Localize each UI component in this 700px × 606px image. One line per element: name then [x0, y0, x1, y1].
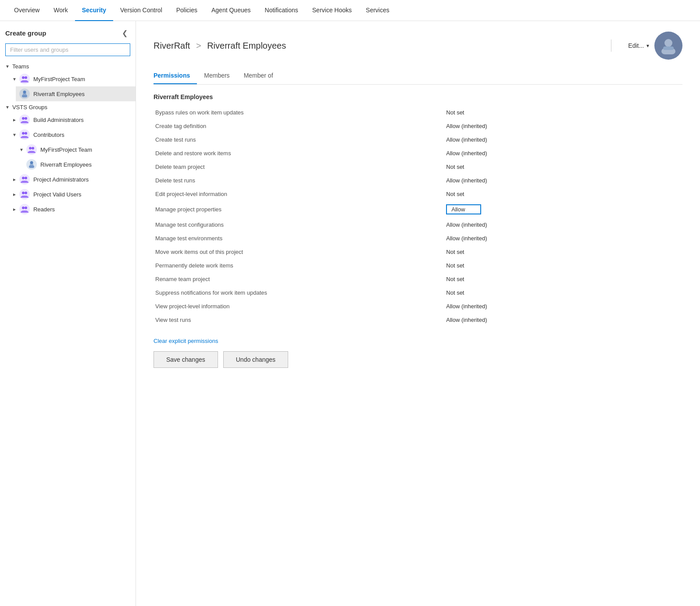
contributors-label: Contributors	[33, 132, 64, 138]
vsts-groups-label: VSTS Groups	[12, 104, 47, 111]
svg-point-26	[19, 204, 30, 214]
nav-item-notifications[interactable]: Notifications	[258, 0, 305, 21]
project-admins-label: Project Administrators	[33, 176, 89, 183]
undo-changes-button[interactable]: Undo changes	[223, 351, 288, 368]
svg-rect-31	[663, 46, 674, 50]
svg-point-25	[25, 192, 27, 194]
svg-point-21	[22, 177, 25, 179]
nav-item-security[interactable]: Security	[75, 0, 113, 21]
teams-section-header[interactable]: ▼ Teams	[0, 61, 136, 71]
riverraft-employees-label: Riverraft Employees	[33, 91, 85, 97]
tab-permissions[interactable]: Permissions	[154, 68, 197, 84]
clear-permissions-link[interactable]: Clear explicit permissions	[154, 338, 218, 344]
readers-item[interactable]: ► Readers	[9, 202, 136, 217]
svg-rect-6	[23, 93, 26, 95]
contrib-myfirstproject-label: MyFirstProject Team	[40, 146, 92, 153]
permission-value-edit-project-info: Not set	[444, 187, 682, 201]
tabs: Permissions Members Member of	[154, 68, 682, 85]
permission-value-create-test-runs: Allow (inherited)	[444, 133, 682, 146]
permission-value-manage-test-configurations: Allow (inherited)	[444, 218, 682, 232]
breadcrumb-separator: >	[196, 41, 201, 50]
vsts-groups-chevron-icon: ▼	[5, 105, 10, 110]
nav-item-policies[interactable]: Policies	[169, 0, 204, 21]
project-valid-users-item[interactable]: ► Project Valid Users	[9, 187, 136, 202]
nav-item-agent-queues[interactable]: Agent Queues	[204, 0, 258, 21]
permission-row-delete-restore-work: Delete and restore work itemsAllow (inhe…	[154, 146, 682, 160]
svg-point-1	[22, 76, 25, 79]
svg-point-23	[19, 189, 30, 200]
contrib-riverraft-icon	[26, 159, 37, 170]
myfirstproject-team-label: MyFirstProject Team	[33, 76, 85, 82]
tab-permissions-label: Permissions	[154, 72, 190, 79]
nav-item-version-control[interactable]: Version Control	[113, 0, 169, 21]
project-admins-chevron-icon: ►	[12, 177, 17, 182]
sidebar-header: Create group ❮	[0, 21, 136, 42]
sidebar-search-container	[5, 43, 130, 56]
permission-name-manage-project-properties: Manage project properties	[154, 201, 444, 218]
contrib-myfirstproject-icon	[26, 144, 37, 155]
permission-name-create-test-runs: Create test runs	[154, 133, 444, 146]
permission-row-create-tag: Create tag definitionAllow (inherited)	[154, 119, 682, 133]
contrib-riverraft-label: Riverraft Employees	[40, 161, 92, 168]
contrib-myfirstproject-item[interactable]: ▼ MyFirstProject Team	[16, 142, 136, 157]
permission-value-move-work-items: Not set	[444, 245, 682, 259]
project-valid-users-icon	[19, 189, 30, 200]
nav-item-service-hooks[interactable]: Service Hooks	[305, 0, 359, 21]
permission-name-rename-team-project: Rename team project	[154, 272, 444, 286]
top-navigation: OverviewWorkSecurityVersion ControlPolic…	[0, 0, 700, 21]
build-admins-label: Build Administrators	[33, 117, 84, 123]
svg-point-22	[25, 177, 27, 179]
nav-item-work[interactable]: Work	[46, 0, 75, 21]
project-admins-item[interactable]: ► Project Administrators	[9, 172, 136, 187]
permission-name-permanently-delete-work: Permanently delete work items	[154, 259, 444, 272]
permission-value-delete-restore-work: Allow (inherited)	[444, 146, 682, 160]
teams-label: Teams	[12, 63, 29, 70]
svg-point-7	[19, 114, 30, 125]
permission-value-manage-project-properties[interactable]: Allow	[444, 201, 682, 218]
contrib-myfirstproject-chevron-icon: ▼	[19, 147, 24, 152]
svg-point-27	[22, 207, 25, 209]
permission-row-move-work-items: Move work items out of this projectNot s…	[154, 245, 682, 259]
permission-name-bypass-rules: Bypass rules on work item updates	[154, 106, 444, 119]
content-header: RiverRaft > Riverraft Employees Edit... …	[154, 32, 682, 60]
permission-value-suppress-notifications: Not set	[444, 286, 682, 299]
build-admins-item[interactable]: ► Build Administrators	[9, 112, 136, 127]
header-divider	[611, 39, 611, 52]
contrib-riverraft-item[interactable]: Riverraft Employees	[23, 157, 136, 172]
search-input[interactable]	[5, 43, 130, 56]
riverraft-employees-icon	[19, 89, 30, 99]
teams-section: ▼ Teams ▼ MyFirstProject Team	[0, 61, 136, 101]
svg-point-12	[25, 132, 27, 135]
riverraft-employees-item[interactable]: Riverraft Employees	[16, 86, 136, 101]
permissions-group-label: Riverraft Employees	[154, 93, 682, 100]
permission-name-manage-test-configurations: Manage test configurations	[154, 218, 444, 232]
save-changes-button[interactable]: Save changes	[154, 351, 218, 368]
myfirstproject-children: Riverraft Employees	[9, 86, 136, 101]
svg-point-17	[30, 161, 33, 164]
vsts-groups-header[interactable]: ▼ VSTS Groups	[0, 102, 136, 112]
build-admins-chevron-icon: ►	[12, 118, 17, 122]
svg-point-0	[19, 74, 30, 84]
svg-point-15	[32, 147, 34, 150]
nav-item-services[interactable]: Services	[359, 0, 396, 21]
nav-item-overview[interactable]: Overview	[7, 0, 46, 21]
myfirstproject-team-icon	[19, 74, 30, 84]
svg-point-20	[19, 174, 30, 185]
svg-point-9	[25, 117, 27, 120]
project-valid-users-label: Project Valid Users	[33, 191, 82, 198]
tab-member-of[interactable]: Member of	[244, 68, 280, 84]
tab-members[interactable]: Members	[204, 68, 236, 84]
contributors-item[interactable]: ▼ Contributors	[9, 127, 136, 142]
permission-value-delete-team-project: Not set	[444, 160, 682, 174]
myfirstproject-chevron-icon: ▼	[12, 77, 17, 82]
svg-point-4	[23, 91, 26, 94]
edit-dropdown-button[interactable]: Edit... ▼	[624, 39, 654, 52]
permission-row-create-test-runs: Create test runsAllow (inherited)	[154, 133, 682, 146]
contributors-icon	[19, 129, 30, 140]
project-admins-icon	[19, 174, 30, 185]
myfirstproject-team-item[interactable]: ▼ MyFirstProject Team	[9, 71, 136, 86]
sidebar-collapse-button[interactable]: ❮	[119, 28, 130, 38]
permission-name-edit-project-info: Edit project-level information	[154, 187, 444, 201]
permission-row-delete-test-runs: Delete test runsAllow (inherited)	[154, 174, 682, 187]
permission-row-bypass-rules: Bypass rules on work item updatesNot set	[154, 106, 682, 119]
